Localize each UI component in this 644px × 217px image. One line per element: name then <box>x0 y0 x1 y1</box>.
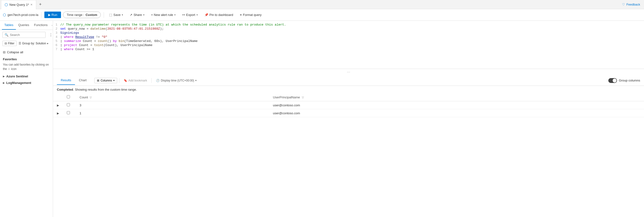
group-icon: ☰ <box>18 42 21 45</box>
tab-close-button[interactable]: ✕ <box>30 3 32 6</box>
search-icon: 🔍 <box>4 33 8 37</box>
count-filter-icon[interactable]: ▽ <box>90 96 92 99</box>
tab-label: New Query 1* <box>10 3 29 6</box>
th-upn: UserPrincipalName ▽ <box>269 93 644 101</box>
select-all-checkbox[interactable] <box>67 95 70 98</box>
sidebar-item-azure-sentinel[interactable]: ▶ Azure Sentinel <box>0 73 53 80</box>
new-alert-label: + New alert rule <box>151 13 173 17</box>
share-label: Share <box>134 13 142 17</box>
row1-count: 3 <box>76 101 269 109</box>
editor-line-3: 3 SigninLogs <box>53 31 644 35</box>
editor-line-5: 5 | summarize Count = count() by bin(Tim… <box>53 39 644 43</box>
tb-divider-1 <box>119 78 119 83</box>
columns-icon: ⊞ <box>97 79 99 82</box>
table-row: ▶ 3 user@contoso.com <box>53 101 644 109</box>
columns-label: Columns <box>100 79 112 82</box>
row2-expand[interactable]: ▶ <box>53 109 63 117</box>
row2-cb <box>63 109 76 117</box>
collapse-all-button[interactable]: ⊟ Collapse all <box>0 49 53 56</box>
editor-line-6: 6 | project Count = toint(Count), UserPr… <box>53 43 644 47</box>
sidebar-tab-queries[interactable]: Queries <box>16 21 32 30</box>
chevron-right-icon-2: ▶ <box>3 82 5 84</box>
group-by-button[interactable]: ☰ Group by: Solution ▾ <box>18 42 48 45</box>
sidebar-tabs: Tables Queries Functions ··· ≪ <box>0 21 53 30</box>
result-tab-chart[interactable]: Chart <box>75 76 90 85</box>
export-chevron-icon: ▾ <box>196 14 198 16</box>
feedback-label: Feedback <box>626 3 640 6</box>
favorites-hint: You can add favorites by clicking on the… <box>3 62 50 71</box>
result-tab-results[interactable]: Results <box>57 76 75 85</box>
search-input[interactable] <box>10 33 44 37</box>
sidebar-tab-functions[interactable]: Functions <box>32 21 50 30</box>
editor-area: 1 // The query_now parameter represents … <box>53 21 644 217</box>
display-time-button[interactable]: 🕐 Display time (UTC+00:00) ▾ <box>154 78 199 83</box>
save-label: Save <box>113 13 120 17</box>
group-by-label: Group by: Solution <box>22 42 46 45</box>
row1-expand[interactable]: ▶ <box>53 101 63 109</box>
favorites-section: Favorites You can add favorites by click… <box>0 56 53 73</box>
workspace-icon: ⬡ <box>3 13 6 17</box>
upn-filter-icon[interactable]: ▽ <box>302 96 304 99</box>
share-chevron-icon: ▾ <box>143 14 144 16</box>
row1-checkbox[interactable] <box>67 103 70 106</box>
format-query-button[interactable]: ≡ Format query <box>238 12 264 18</box>
workspace-name: gen7tech-prod-core-la <box>8 13 38 17</box>
tab-query1[interactable]: ⬡ New Query 1* ✕ <box>1 0 36 9</box>
completed-text: . Showing results from the custom time r… <box>73 88 137 92</box>
format-icon: ≡ <box>240 13 242 17</box>
sidebar-more-button[interactable]: ··· <box>50 22 53 28</box>
group-columns-toggle[interactable] <box>608 78 617 83</box>
bookmark-icon: 🔖 <box>124 79 127 82</box>
table-header-row: Count ▽ UserPrincipalName ▽ <box>53 93 644 101</box>
search-box[interactable]: 🔍 <box>2 32 46 38</box>
run-button[interactable]: ▶ Run <box>44 12 61 18</box>
clock-icon: 🕐 <box>156 79 160 82</box>
tab-bar: ⬡ New Query 1* ✕ + ♡ Feedback <box>0 0 644 9</box>
editor-line-7: 7 | where Count >= 1 <box>53 47 644 51</box>
toolbar-divider-1 <box>41 12 42 18</box>
export-icon: ↦ <box>182 13 185 17</box>
results-panel: ··· Results Chart ⊞ Columns ▾ 🔖 Add book… <box>53 69 644 217</box>
collapse-icon: ⊟ <box>3 50 6 54</box>
completed-message: Completed. Showing results from the cust… <box>53 86 644 93</box>
group-chevron-icon: ▾ <box>47 42 48 45</box>
share-icon: ↗ <box>130 13 132 17</box>
row2-checkbox[interactable] <box>67 111 70 114</box>
time-chevron-icon: ▾ <box>195 79 196 82</box>
sidebar-item-log-management[interactable]: ▶ LogManagement <box>0 80 53 86</box>
group-columns-area: Group columns <box>608 78 640 83</box>
results-table: Count ▽ UserPrincipalName ▽ ▶ 3 <box>53 93 644 117</box>
time-range-button[interactable]: Time range : Custom <box>63 12 101 18</box>
sidebar-tab-tables[interactable]: Tables <box>2 21 16 30</box>
feedback-button[interactable]: ♡ Feedback <box>618 0 644 9</box>
columns-chevron-icon: ▾ <box>113 79 114 82</box>
filter-button[interactable]: ⊟ Filter <box>2 41 17 46</box>
row1-upn: user@contoso.com <box>269 101 644 109</box>
query-editor[interactable]: 1 // The query_now parameter represents … <box>53 21 644 69</box>
th-checkbox <box>63 93 76 101</box>
add-tab-button[interactable]: + <box>36 2 44 7</box>
new-alert-button[interactable]: + New alert rule ▾ <box>149 12 178 18</box>
th-count: Count ▽ <box>76 93 269 101</box>
search-options-button[interactable]: ⋮ <box>49 32 53 37</box>
columns-button[interactable]: ⊞ Columns ▾ <box>94 78 117 83</box>
save-button[interactable]: ⬚ Save ▾ <box>107 12 126 18</box>
log-management-label: LogManagement <box>6 81 31 85</box>
results-toolbar: ⊞ Columns ▾ 🔖 Add bookmark 🕐 Display tim… <box>90 76 640 85</box>
display-time-label: Display time (UTC+00:00) <box>161 79 194 82</box>
pin-button[interactable]: 📌 Pin to dashboard <box>202 12 236 18</box>
format-label: Format query <box>243 13 261 17</box>
add-bookmark-label: Add bookmark <box>128 79 147 82</box>
workspace-label: ⬡ gen7tech-prod-core-la <box>3 13 38 17</box>
editor-line-2: 2 set query_now = datetime(2021-08-03T05… <box>53 27 644 31</box>
ellipsis-separator: ··· <box>53 69 644 75</box>
query-icon: ⬡ <box>4 2 8 7</box>
share-button[interactable]: ↗ Share ▾ <box>127 12 147 18</box>
tb-divider-2 <box>152 78 152 83</box>
export-button[interactable]: ↦ Export ▾ <box>180 12 200 18</box>
add-bookmark-button[interactable]: 🔖 Add bookmark <box>121 78 150 83</box>
row2-count: 1 <box>76 109 269 117</box>
alert-chevron-icon: ▾ <box>174 14 176 16</box>
table-row: ▶ 1 user@contoso.com <box>53 109 644 117</box>
time-range-value: Custom <box>86 13 97 17</box>
